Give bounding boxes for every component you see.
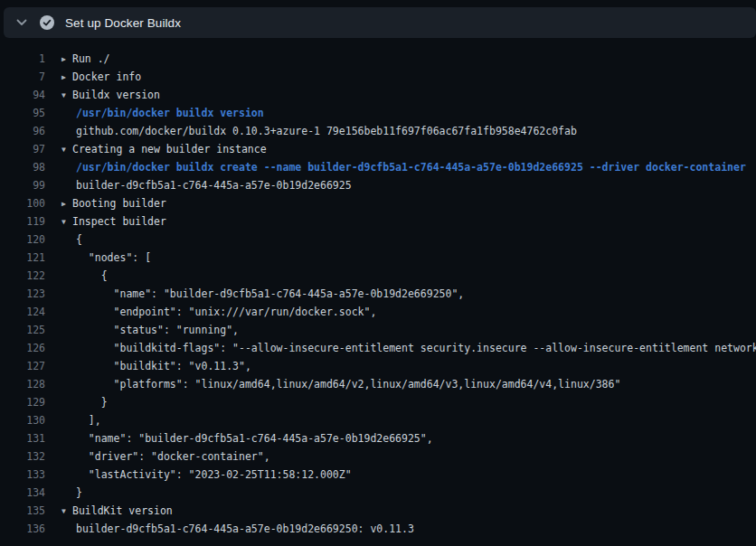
output-text: "nodes": [ bbox=[76, 249, 151, 267]
log-group-row[interactable]: 94▼Buildx version bbox=[0, 86, 756, 104]
group-row-content: ▼Creating a new builder instance bbox=[61, 140, 267, 158]
line-number[interactable]: 125 bbox=[0, 321, 45, 339]
step-title: Set up Docker Buildx bbox=[65, 16, 181, 30]
line-number[interactable]: 98 bbox=[0, 158, 45, 176]
log-line: 134} bbox=[0, 484, 756, 502]
group-label: Docker info bbox=[72, 71, 141, 83]
log-line: 127 "buildkit": "v0.11.3", bbox=[0, 357, 756, 375]
output-text: } bbox=[76, 484, 82, 502]
line-number[interactable]: 129 bbox=[0, 393, 45, 411]
group-row-content: ▼BuildKit version bbox=[61, 502, 173, 520]
group-row-content: ▶Run ./ bbox=[61, 50, 110, 68]
log-group-row[interactable]: 1▶Run ./ bbox=[0, 50, 756, 68]
log-line: 96github.com/docker/buildx 0.10.3+azure-… bbox=[0, 122, 756, 140]
output-text: "endpoint": "unix:///var/run/docker.sock… bbox=[76, 303, 376, 321]
chevron-expanded-icon[interactable]: ▼ bbox=[61, 213, 72, 231]
group-label: Run ./ bbox=[72, 52, 110, 65]
output-text: "status": "running", bbox=[76, 321, 239, 339]
group-row-content: ▼Inspect builder bbox=[61, 212, 166, 231]
line-number[interactable]: 96 bbox=[0, 122, 45, 140]
line-number[interactable]: 99 bbox=[0, 176, 45, 194]
log-line: 125 "status": "running", bbox=[0, 321, 756, 339]
step-header[interactable]: Set up Docker Buildx bbox=[4, 7, 756, 38]
group-row-content: ▶Docker info bbox=[61, 68, 141, 86]
log-line: 123 "name": "builder-d9cfb5a1-c764-445a-… bbox=[0, 285, 756, 303]
chevron-down-icon[interactable] bbox=[14, 15, 29, 30]
group-label: BuildKit version bbox=[72, 504, 173, 517]
line-number[interactable]: 135 bbox=[0, 502, 45, 520]
output-text: github.com/docker/buildx 0.10.3+azure-1 … bbox=[76, 122, 577, 140]
log-line: 98/usr/bin/docker buildx create --name b… bbox=[0, 158, 756, 176]
line-number[interactable]: 121 bbox=[0, 249, 45, 267]
log-line: 122 { bbox=[0, 267, 756, 285]
output-text: "platforms": "linux/amd64,linux/amd64/v2… bbox=[76, 375, 620, 393]
log-line: 133 "lastActivity": "2023-02-25T11:58:12… bbox=[0, 466, 756, 484]
command-text: /usr/bin/docker buildx create --name bui… bbox=[76, 158, 746, 176]
group-label: Booting builder bbox=[72, 197, 166, 210]
line-number[interactable]: 131 bbox=[0, 429, 45, 447]
command-text: /usr/bin/docker buildx version bbox=[76, 104, 264, 122]
log-line: 129 } bbox=[0, 393, 756, 411]
log-line: 128 "platforms": "linux/amd64,linux/amd6… bbox=[0, 375, 756, 393]
line-number[interactable]: 119 bbox=[0, 212, 45, 231]
line-number[interactable]: 94 bbox=[0, 86, 45, 104]
line-number[interactable]: 130 bbox=[0, 411, 45, 429]
check-circle-icon bbox=[40, 15, 54, 30]
group-label: Inspect builder bbox=[72, 215, 166, 228]
output-text: } bbox=[76, 393, 108, 411]
line-number[interactable]: 120 bbox=[0, 231, 45, 249]
log-line: 124 "endpoint": "unix:///var/run/docker.… bbox=[0, 303, 756, 321]
output-text: "lastActivity": "2023-02-25T11:58:12.000… bbox=[76, 466, 352, 484]
line-number[interactable]: 132 bbox=[0, 447, 45, 466]
log-group-row[interactable]: 97▼Creating a new builder instance bbox=[0, 140, 756, 158]
line-number[interactable]: 123 bbox=[0, 285, 45, 303]
output-text: "name": "builder-d9cfb5a1-c764-445a-a57e… bbox=[76, 285, 464, 303]
line-number[interactable]: 128 bbox=[0, 375, 45, 393]
line-number[interactable]: 1 bbox=[0, 50, 45, 68]
chevron-collapsed-icon[interactable]: ▶ bbox=[61, 51, 72, 68]
output-text: ], bbox=[76, 411, 101, 429]
line-number[interactable]: 7 bbox=[0, 68, 45, 86]
chevron-expanded-icon[interactable]: ▼ bbox=[61, 141, 72, 158]
output-text: builder-d9cfb5a1-c764-445a-a57e-0b19d2e6… bbox=[76, 520, 414, 538]
log-line: 132 "driver": "docker-container", bbox=[0, 447, 756, 466]
log-line: 121 "nodes": [ bbox=[0, 249, 756, 267]
log-group-row[interactable]: 7▶Docker info bbox=[0, 68, 756, 86]
line-number[interactable]: 124 bbox=[0, 303, 45, 321]
output-text: "name": "builder-d9cfb5a1-c764-445a-a57e… bbox=[76, 429, 433, 447]
actions-log-viewer: { "header": { "title": "Set up Docker Bu… bbox=[0, 0, 756, 546]
line-number[interactable]: 100 bbox=[0, 194, 45, 212]
chevron-expanded-icon[interactable]: ▼ bbox=[61, 503, 72, 520]
log-line: 131 "name": "builder-d9cfb5a1-c764-445a-… bbox=[0, 429, 756, 447]
group-label: Buildx version bbox=[72, 89, 160, 101]
line-number[interactable]: 133 bbox=[0, 466, 45, 484]
chevron-expanded-icon[interactable]: ▼ bbox=[61, 87, 72, 104]
log-line: 99builder-d9cfb5a1-c764-445a-a57e-0b19d2… bbox=[0, 176, 756, 194]
chevron-collapsed-icon[interactable]: ▶ bbox=[61, 195, 72, 212]
line-number[interactable]: 97 bbox=[0, 140, 45, 158]
output-text: builder-d9cfb5a1-c764-445a-a57e-0b19d2e6… bbox=[76, 176, 352, 194]
line-number[interactable]: 136 bbox=[0, 520, 45, 538]
log-line: 136builder-d9cfb5a1-c764-445a-a57e-0b19d… bbox=[0, 520, 756, 538]
output-text: { bbox=[76, 267, 108, 285]
output-text: "buildkitd-flags": "--allow-insecure-ent… bbox=[76, 339, 756, 357]
line-number[interactable]: 126 bbox=[0, 339, 45, 357]
log-group-row[interactable]: 119▼Inspect builder bbox=[0, 212, 756, 231]
line-number[interactable]: 95 bbox=[0, 104, 45, 122]
log-group-row[interactable]: 100▶Booting builder bbox=[0, 194, 756, 212]
group-row-content: ▶Booting builder bbox=[61, 194, 166, 212]
line-number[interactable]: 122 bbox=[0, 267, 45, 285]
log-line: 95/usr/bin/docker buildx version bbox=[0, 104, 756, 122]
line-number[interactable]: 134 bbox=[0, 484, 45, 502]
chevron-collapsed-icon[interactable]: ▶ bbox=[61, 69, 72, 86]
output-text: { bbox=[76, 231, 82, 249]
group-label: Creating a new builder instance bbox=[72, 143, 267, 155]
line-number[interactable]: 127 bbox=[0, 357, 45, 375]
group-row-content: ▼Buildx version bbox=[61, 86, 160, 104]
log-line: 126 "buildkitd-flags": "--allow-insecure… bbox=[0, 339, 756, 357]
log-group-row[interactable]: 135▼BuildKit version bbox=[0, 502, 756, 520]
output-text: "driver": "docker-container", bbox=[76, 447, 270, 466]
log-line: 120{ bbox=[0, 231, 756, 249]
log-line: 130 ], bbox=[0, 411, 756, 429]
output-text: "buildkit": "v0.11.3", bbox=[76, 357, 251, 375]
